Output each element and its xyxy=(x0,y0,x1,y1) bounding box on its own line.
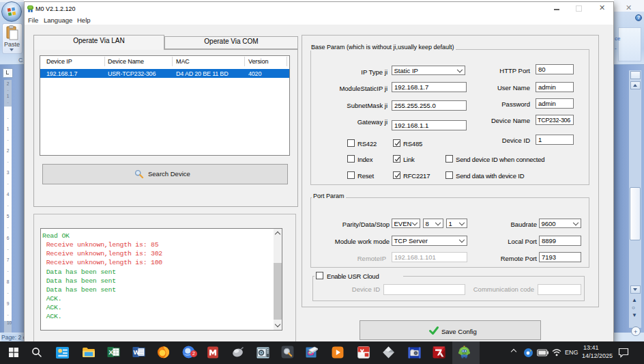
svg-text:W: W xyxy=(134,348,140,356)
svg-text:X: X xyxy=(108,348,113,356)
